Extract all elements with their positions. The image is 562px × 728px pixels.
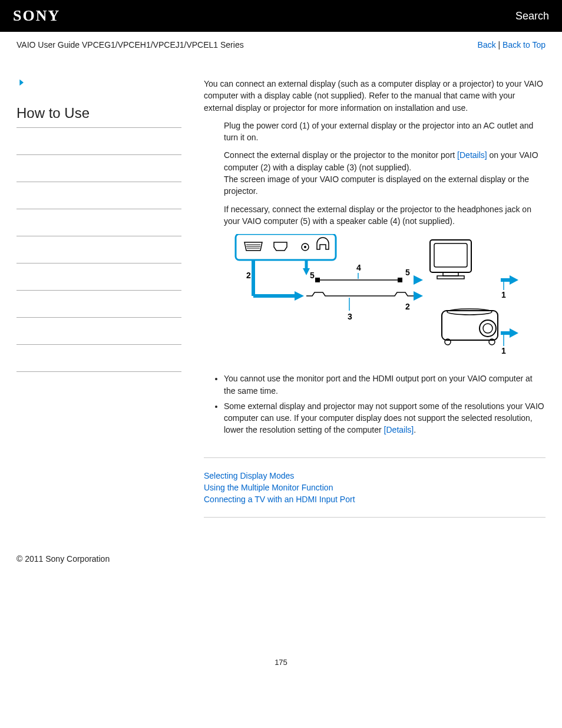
diagram-label-2b: 2 <box>405 302 410 311</box>
sidebar-row[interactable] <box>16 128 181 155</box>
step-2: Connect the external display or the proj… <box>224 149 546 197</box>
back-link[interactable]: Back <box>478 40 496 50</box>
svg-marker-18 <box>414 291 423 301</box>
sidebar: How to Use <box>16 78 193 531</box>
nav-separator: | <box>496 40 503 50</box>
main-content: You can connect an external display (suc… <box>193 78 546 531</box>
note-item: You cannot use the monitor port and the … <box>224 373 546 397</box>
svg-rect-12 <box>315 278 320 282</box>
sony-logo: SONY <box>13 7 60 25</box>
related-link[interactable]: Selecting Display Modes <box>204 471 546 480</box>
sidebar-row[interactable] <box>16 345 181 372</box>
diagram-label-1a: 1 <box>501 290 506 299</box>
step-2-text-a: Connect the external display or the proj… <box>224 150 457 160</box>
related-link[interactable]: Using the Multiple Monitor Function <box>204 483 546 492</box>
steps: Plug the power cord (1) of your external… <box>204 120 546 227</box>
svg-marker-33 <box>510 328 518 338</box>
sidebar-row[interactable] <box>16 182 181 209</box>
svg-marker-8 <box>295 291 304 301</box>
search-link[interactable]: Search <box>515 10 549 22</box>
details-link[interactable]: [Details] <box>384 425 414 434</box>
svg-marker-10 <box>303 268 310 275</box>
sidebar-row[interactable] <box>16 236 181 263</box>
diagram-label-4: 4 <box>356 263 361 272</box>
connection-diagram: 2 5 4 3 5 <box>224 234 546 360</box>
sidebar-row[interactable] <box>16 318 181 345</box>
step-3: If necessary, connect the external displ… <box>224 203 546 228</box>
back-to-top-link[interactable]: Back to Top <box>503 40 546 50</box>
chevron-right-icon[interactable] <box>16 78 26 87</box>
content: How to Use You can connect an external d… <box>0 54 562 531</box>
note-text-b: . <box>414 425 416 434</box>
step-1: Plug the power cord (1) of your external… <box>224 120 546 144</box>
details-link[interactable]: [Details] <box>457 150 487 160</box>
note-item: Some external display and projector may … <box>224 400 546 436</box>
sidebar-row[interactable] <box>16 209 181 236</box>
diagram-label-5b: 5 <box>405 268 410 277</box>
sidebar-row[interactable] <box>16 291 181 318</box>
page-number: 175 <box>0 658 562 684</box>
svg-point-29 <box>447 309 492 315</box>
copyright: © 2011 Sony Corporation <box>0 531 562 587</box>
svg-point-27 <box>480 320 496 337</box>
intro-paragraph: You can connect an external display (suc… <box>204 78 546 114</box>
svg-rect-20 <box>434 243 467 267</box>
svg-rect-13 <box>398 278 402 282</box>
svg-rect-22 <box>437 276 464 279</box>
diagram-label-5: 5 <box>310 271 315 280</box>
diagram-label-1b: 1 <box>501 346 506 355</box>
top-bar: SONY Search <box>0 0 562 32</box>
guide-title: VAIO User Guide VPCEG1/VPCEH1/VPCEJ1/VPC… <box>16 40 244 50</box>
notes-list: You cannot use the monitor port and the … <box>204 373 546 436</box>
related-link[interactable]: Connecting a TV with an HDMI Input Port <box>204 495 546 504</box>
divider <box>204 517 546 518</box>
diagram-label-2: 2 <box>246 271 251 280</box>
divider <box>204 457 546 458</box>
sidebar-row[interactable] <box>16 155 181 182</box>
breadcrumb-row: VAIO User Guide VPCEG1/VPCEH1/VPCEJ1/VPC… <box>0 32 562 54</box>
svg-point-5 <box>304 246 306 248</box>
sidebar-title: How to Use <box>16 105 181 128</box>
svg-marker-24 <box>510 275 518 285</box>
step-2-text-c: The screen image of your VAIO computer i… <box>224 174 529 196</box>
svg-point-28 <box>483 324 492 333</box>
nav-links: Back | Back to Top <box>478 40 546 50</box>
diagram-label-3: 3 <box>348 312 352 321</box>
sidebar-row[interactable] <box>16 263 181 291</box>
related-links: Selecting Display Modes Using the Multip… <box>204 471 546 504</box>
svg-marker-17 <box>414 275 423 285</box>
